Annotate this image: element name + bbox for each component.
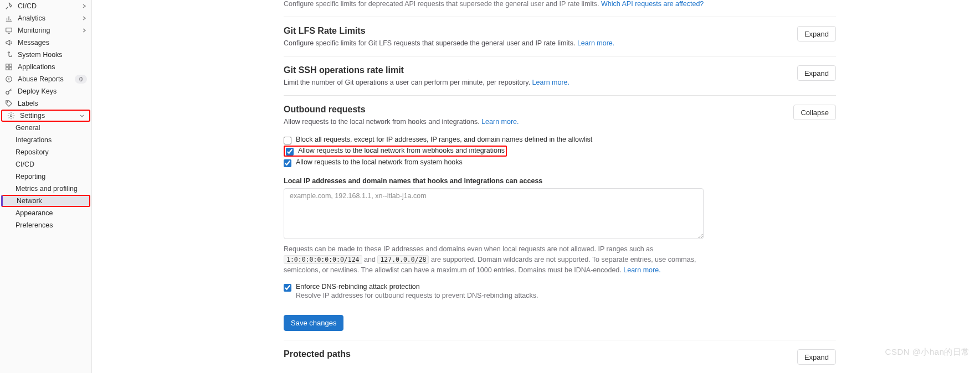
section-title: Git LFS Rate Limits: [284, 26, 614, 36]
allowlist-help: Requests can be made to these IP address…: [284, 244, 705, 275]
abuse-icon: [4, 75, 13, 84]
sidebar-item-label: Messages: [18, 39, 49, 46]
section-title: Protected paths: [284, 349, 351, 359]
save-changes-button[interactable]: Save changes: [284, 315, 343, 331]
key-icon: [4, 87, 13, 96]
sidebar-item-label: CI/CD: [18, 2, 37, 10]
checkbox-system-hooks: Allow requests to the local network from…: [284, 158, 836, 167]
expand-button[interactable]: Expand: [797, 26, 836, 42]
sidebar-item-cicd[interactable]: CI/CD: [0, 0, 91, 12]
sidebar-item-label: Deploy Keys: [18, 87, 57, 95]
main-content: Configure specific limits for deprecated…: [92, 0, 980, 373]
sidebar-sub-network[interactable]: Network: [1, 195, 90, 207]
svg-rect-3: [6, 68, 8, 70]
section-desc: Configure specific limits for Git LFS re…: [284, 39, 614, 47]
checkbox-webhooks-highlight: Allow requests to the local network from…: [284, 146, 507, 157]
hook-icon: [4, 50, 13, 59]
svg-point-7: [7, 102, 8, 103]
expand-button[interactable]: Expand: [797, 349, 836, 365]
sidebar-sub-integrations[interactable]: Integrations: [0, 134, 91, 146]
allowlist-label: Local IP addresses and domain names that…: [284, 177, 836, 185]
chevron-right-icon: [81, 3, 87, 9]
sidebar-sub-general[interactable]: General: [0, 122, 91, 134]
sidebar-sub-appearance[interactable]: Appearance: [0, 207, 91, 219]
sidebar-item-messages[interactable]: Messages: [0, 37, 91, 49]
sidebar-item-applications[interactable]: Applications: [0, 61, 91, 73]
applications-icon: [4, 63, 13, 71]
svg-rect-1: [6, 64, 8, 66]
link-learn-more[interactable]: Learn more.: [623, 266, 660, 274]
megaphone-icon: [4, 38, 13, 47]
sidebar-item-label: System Hooks: [18, 51, 63, 59]
svg-rect-0: [6, 28, 12, 32]
chevron-down-icon: [79, 113, 85, 118]
section-desc: Limit the number of Git operations a use…: [284, 79, 569, 86]
sidebar-item-label: Applications: [18, 63, 55, 71]
sidebar-sub-reporting[interactable]: Reporting: [0, 170, 91, 183]
section-desc: Allow requests to the local network from…: [284, 118, 519, 126]
chevron-right-icon: [81, 15, 87, 21]
monitor-icon: [4, 26, 13, 35]
sidebar-item-label: Abuse Reports: [18, 75, 64, 83]
sidebar-sub-cicd[interactable]: CI/CD: [0, 158, 91, 170]
rocket-icon: [4, 2, 13, 11]
link-learn-more[interactable]: Learn more.: [481, 118, 519, 126]
chart-icon: [4, 14, 13, 23]
sidebar-item-settings[interactable]: Settings: [1, 110, 90, 122]
sidebar-item-abuse-reports[interactable]: Abuse Reports 0: [0, 73, 91, 85]
link-which-api[interactable]: Which API requests are affected?: [601, 0, 704, 8]
sidebar-item-monitoring[interactable]: Monitoring: [0, 24, 91, 37]
settings-icon: [7, 111, 16, 120]
label-icon: [4, 99, 13, 108]
section-git-lfs: Git LFS Rate Limits Configure specific l…: [284, 17, 836, 56]
sidebar-item-label: Settings: [20, 112, 45, 120]
sidebar-item-label: Labels: [18, 100, 38, 107]
sidebar-sub-preferences[interactable]: Preferences: [0, 219, 91, 231]
checkbox-webhooks-input[interactable]: [286, 148, 294, 156]
section-outbound-requests: Outbound requests Allow requests to the …: [284, 96, 836, 340]
checkbox-block-all-input[interactable]: [284, 137, 291, 144]
section-protected-paths: Protected paths Expand: [284, 340, 836, 366]
code-range-2: 127.0.0.0/28: [377, 255, 429, 264]
sidebar-item-deploy-keys[interactable]: Deploy Keys: [0, 85, 91, 97]
svg-rect-2: [9, 64, 12, 66]
sidebar-item-label: Analytics: [18, 14, 45, 22]
sidebar-item-label: Monitoring: [18, 27, 50, 34]
sidebar-sub-metrics[interactable]: Metrics and profiling: [0, 183, 91, 195]
link-learn-more[interactable]: Learn more.: [577, 39, 614, 47]
sidebar-item-labels[interactable]: Labels: [0, 97, 91, 110]
sidebar-item-analytics[interactable]: Analytics: [0, 12, 91, 24]
chevron-right-icon: [81, 28, 87, 33]
checkbox-dns-rebinding: Enforce DNS-rebinding attack protection …: [284, 283, 836, 299]
section-desc: Configure specific limits for deprecated…: [284, 0, 836, 8]
link-learn-more[interactable]: Learn more.: [532, 79, 569, 86]
svg-rect-4: [9, 68, 12, 70]
sidebar-item-system-hooks[interactable]: System Hooks: [0, 49, 91, 61]
collapse-button[interactable]: Collapse: [793, 105, 836, 120]
section-title: Git SSH operations rate limit: [284, 65, 569, 75]
count-badge: 0: [75, 75, 87, 84]
checkbox-block-all: Block all requests, except for IP addres…: [284, 136, 836, 144]
expand-button[interactable]: Expand: [797, 65, 836, 81]
checkbox-system-hooks-input[interactable]: [284, 159, 291, 167]
sidebar-sub-repository[interactable]: Repository: [0, 146, 91, 158]
sidebar: CI/CD Analytics Monitoring Messages Syst…: [0, 0, 92, 373]
section-git-ssh: Git SSH operations rate limit Limit the …: [284, 56, 836, 96]
code-range-1: 1:0:0:0:0:0:0:0/124: [284, 255, 362, 264]
section-title: Outbound requests: [284, 105, 519, 115]
allowlist-textarea[interactable]: [284, 188, 704, 239]
checkbox-webhooks: Allow requests to the local network from…: [286, 147, 505, 156]
svg-point-8: [10, 115, 12, 117]
checkbox-dns-rebinding-input[interactable]: [284, 284, 291, 292]
